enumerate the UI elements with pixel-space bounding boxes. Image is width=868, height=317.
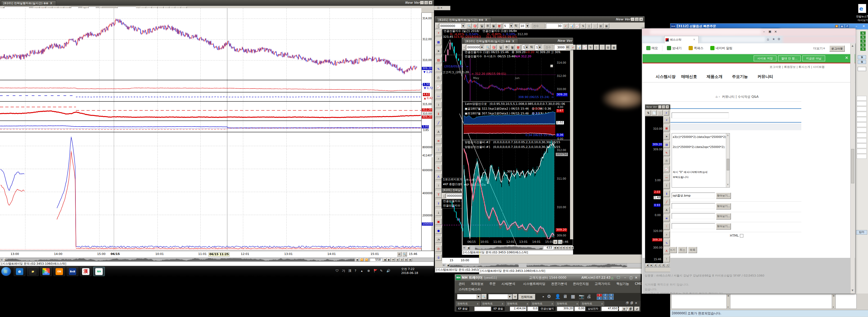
- browse-btn-3[interactable]: 찾아보기...: [716, 223, 731, 230]
- nh-tab-2[interactable]: 전략차트x: [506, 302, 530, 306]
- toolbar-icon-2[interactable]: 📈: [575, 23, 580, 29]
- nh-num-2[interactable]: 2: [602, 294, 608, 297]
- window-title-tab[interactable]: [6101] 전략실행차트(실시간) ⊕⊕ X: [436, 17, 491, 23]
- green-btn-0[interactable]: 사이트 저장: [754, 56, 776, 61]
- period-2[interactable]: 월: [491, 23, 496, 29]
- wi-btn-1[interactable]: ▢: [662, 105, 665, 109]
- vt-a-9[interactable]: ↕: [435, 111, 442, 117]
- form-btn-2[interactable]: 목록: [688, 247, 697, 253]
- wi-nb-2[interactable]: ⊕: [654, 263, 657, 267]
- on-icon[interactable]: ON: [54, 267, 65, 276]
- win-btn-1[interactable]: ▢: [425, 1, 428, 4]
- vt-a-25[interactable]: ①: [435, 254, 442, 261]
- vt-a-1[interactable]: ▦: [435, 39, 442, 45]
- nh-combo1[interactable]: ▼: [457, 294, 481, 299]
- form-title-input[interactable]: [672, 112, 729, 118]
- wi-vt-9[interactable]: ↕: [663, 190, 670, 197]
- bars-field[interactable]: 30: [546, 23, 563, 29]
- wi-vt-14[interactable]: ♯: [663, 232, 670, 238]
- w3112-n-4[interactable]: N: [860, 47, 866, 51]
- green-btn-2[interactable]: 지금은 아님: [802, 56, 825, 61]
- w3112-btn-0[interactable]: 🔼: [834, 24, 839, 28]
- wi-vt-0[interactable]: ⚡: [663, 117, 670, 123]
- wi-vt-13[interactable]: ⫶: [663, 223, 670, 230]
- wi-vt-17[interactable]: !: [663, 256, 670, 262]
- wi-nb-5[interactable]: ✕: [665, 263, 669, 267]
- w3112-danga[interactable]: 단가: [856, 230, 867, 235]
- nh-num-1[interactable]: 1: [597, 294, 602, 297]
- nh-tab-3[interactable]: 전략차트x: [531, 302, 554, 306]
- search-button[interactable]: 🔍: [467, 23, 472, 29]
- wi-vt-15[interactable]: ∿: [663, 240, 670, 246]
- nav-pgr[interactable]: ⏩: [364, 258, 369, 261]
- ie-icon[interactable]: e: [14, 267, 25, 276]
- nh-num-5[interactable]: 5: [602, 297, 608, 300]
- browser-tab[interactable]: 예스스탁✕: [664, 36, 699, 43]
- vt-a-14[interactable]: ♯: [435, 155, 442, 162]
- w3112-n-2[interactable]: N: [860, 39, 866, 43]
- period-0[interactable]: 일: [479, 23, 485, 29]
- wi-btn-0[interactable]: –: [658, 105, 661, 109]
- period-3[interactable]: 분: [497, 23, 502, 29]
- html-checkbox[interactable]: [740, 234, 743, 238]
- w3112-scroll-1[interactable]: ▦▾: [832, 294, 836, 309]
- period-1[interactable]: 주: [485, 23, 490, 29]
- file-field-2[interactable]: [672, 213, 715, 219]
- wi-t2[interactable]: 📄: [652, 110, 657, 115]
- nh-chart-btn[interactable]: 전략차트: [519, 294, 535, 300]
- win-btn-0[interactable]: –: [420, 1, 424, 4]
- wi-vt-12[interactable]: ≡: [663, 215, 670, 221]
- wi-nav[interactable]: ◀▶⊕⊖⊞✕: [645, 263, 670, 267]
- vt-a-17[interactable]: !: [435, 182, 442, 189]
- combo-arrow[interactable]: ▼: [461, 24, 465, 28]
- w3112-scroll-0[interactable]: ▦▾: [726, 294, 731, 309]
- hanja-icon[interactable]: 漢: [80, 267, 92, 276]
- w3112-n-0[interactable]: N: [860, 31, 866, 35]
- nav-b3[interactable]: ⊕: [396, 258, 399, 261]
- wi-vt-10[interactable]: ╱: [663, 199, 670, 205]
- wi-vt-4[interactable]: ✎: [663, 149, 670, 156]
- nh-search[interactable]: 🔍: [482, 294, 487, 299]
- green-btn-1[interactable]: 절대 안 함...: [778, 56, 801, 61]
- win-btn-1[interactable]: ▢: [635, 18, 639, 21]
- win-btn-0[interactable]: –: [631, 18, 634, 21]
- combo-arrow[interactable]: ▼: [476, 294, 480, 299]
- wi-vt-3[interactable]: ▨: [663, 141, 670, 148]
- textarea-scrollbar[interactable]: ∧∨: [726, 133, 730, 187]
- vt-a-21[interactable]: ▣: [435, 218, 442, 225]
- browse-btn-0[interactable]: 찾아보기...: [716, 192, 731, 199]
- nh-icon[interactable]: NH: [93, 267, 105, 276]
- clock[interactable]: 오전 7:22 2018-06-18: [401, 267, 430, 276]
- count-combo[interactable]: 건수: [532, 23, 545, 29]
- wi-t4[interactable]: ⚡: [664, 110, 669, 115]
- nav-b6[interactable]: ⊠: [408, 258, 412, 261]
- vt-a-11[interactable]: A: [435, 129, 442, 135]
- wi-vt-16[interactable]: Λ: [663, 248, 670, 254]
- wi-vt-7[interactable]: —: [663, 174, 670, 180]
- wi-vt-6[interactable]: 📈: [663, 166, 670, 172]
- file-field-0[interactable]: op\합성.bmp: [672, 192, 715, 199]
- axis-tool-1[interactable]: ⧄: [397, 252, 402, 256]
- w3112-wol1[interactable]: 월: [858, 55, 866, 59]
- toolbar-icon-6[interactable]: ▥: [598, 23, 603, 29]
- wi-t1[interactable]: ⇅: [646, 110, 651, 115]
- axis-tool-2[interactable]: 🔍: [402, 252, 407, 256]
- a-navl[interactable]: ◀: [446, 263, 450, 267]
- vt-a-12[interactable]: ≡: [435, 138, 442, 144]
- combo-arrow[interactable]: ▼: [508, 294, 512, 299]
- file-field-1[interactable]: [672, 203, 715, 209]
- nh-tab-4[interactable]: 전략차트x: [555, 302, 579, 306]
- wi-vt-2[interactable]: ➤: [663, 133, 670, 139]
- toolbar-icon-3[interactable]: ⇅: [581, 23, 586, 29]
- vt-a-15[interactable]: ∿: [435, 165, 442, 171]
- wi-nb-3[interactable]: ⊖: [658, 263, 661, 267]
- w3112-n-1[interactable]: N: [860, 35, 866, 39]
- vt-a-6[interactable]: 📈: [435, 84, 442, 90]
- desktop-icon[interactable]: e연합뉴스TV다시보기: [856, 4, 868, 25]
- vt-a-23[interactable]: ◔: [435, 237, 442, 243]
- nav-right[interactable]: ▶: [356, 258, 359, 261]
- vt-a-19[interactable]: ↑: [435, 201, 442, 207]
- nav-b1[interactable]: ▶: [387, 258, 391, 261]
- vt-a-10[interactable]: ╱: [435, 120, 442, 126]
- nav-pgl[interactable]: ⏪: [360, 258, 364, 261]
